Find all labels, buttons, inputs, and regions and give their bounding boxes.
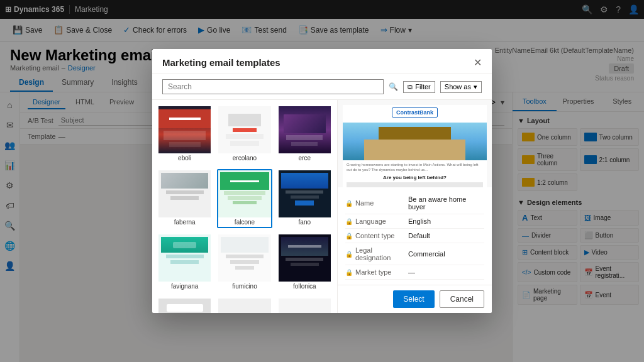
template-name-erce: erce: [279, 153, 331, 163]
lock-icon-language: 🔒: [345, 218, 353, 225]
meta-name-label: 🔒 Name: [345, 199, 408, 207]
template-name-fano: fano: [279, 217, 331, 227]
template-name-falcone: falcone: [218, 217, 270, 227]
search-submit-icon[interactable]: 🔍: [389, 82, 398, 91]
lock-icon-content-type: 🔒: [345, 233, 353, 239]
meta-name-value: Be an aware home buyer: [408, 195, 484, 211]
filter-icon: ⧉: [408, 83, 413, 91]
template-card-more-1[interactable]: [157, 297, 212, 313]
template-thumb-ercolano: [218, 106, 270, 153]
preview-house-image: [343, 123, 487, 160]
lock-icon-legal-designation: 🔒: [345, 251, 353, 258]
meta-language-value: English: [408, 217, 484, 225]
meta-row-language: 🔒 Language English: [345, 214, 484, 229]
template-card-ercolano[interactable]: ercolano: [217, 105, 272, 164]
template-thumb-favignana: [158, 234, 211, 282]
show-as-button[interactable]: Show as ▾: [440, 81, 482, 93]
meta-row-market-type: 🔒 Market type —: [345, 265, 484, 280]
show-as-chevron-icon: ▾: [474, 83, 477, 91]
preview-bank-logo: ContrastBank: [392, 107, 438, 118]
template-name-follonica: follonica: [279, 282, 331, 291]
template-card-more-2[interactable]: [217, 297, 272, 313]
template-thumb-fiumicino: [218, 234, 270, 282]
modal-search-bar: 🔍 ⧉ Filter Show as ▾: [152, 74, 492, 100]
template-grid: eboli ercolano: [157, 105, 332, 313]
modal-body: eboli ercolano: [152, 100, 492, 313]
template-name-ercolano: ercolano: [218, 153, 270, 163]
modal-close-button[interactable]: ✕: [474, 57, 482, 69]
preview-bank-header: ContrastBank: [343, 105, 487, 120]
template-preview-panel: ContrastBank Growing homeowners are star…: [338, 100, 492, 313]
template-thumb-faberna: [158, 170, 211, 217]
template-name-fiumicino: fiumicino: [218, 282, 270, 291]
meta-row-content-type: 🔒 Content type Default: [345, 229, 484, 243]
template-search-input[interactable]: [162, 79, 384, 94]
template-card-fano[interactable]: fano: [277, 169, 332, 228]
template-card-falcone[interactable]: falcone: [217, 169, 272, 228]
modal-footer: Select Cancel: [338, 285, 492, 313]
filter-button[interactable]: ⧉ Filter: [403, 81, 435, 93]
meta-legal-designation-label: 🔒 Legal designation: [345, 246, 408, 261]
meta-row-legal-designation: 🔒 Legal designation Commercial: [345, 243, 484, 265]
template-card-fiumicino[interactable]: fiumicino: [217, 233, 272, 292]
lock-icon-market-type: 🔒: [345, 269, 353, 276]
cancel-button[interactable]: Cancel: [440, 290, 484, 308]
template-name-eboli: eboli: [158, 153, 211, 163]
template-card-faberna[interactable]: faberna: [157, 169, 212, 228]
filter-area: ⧉ Filter Show as ▾: [403, 81, 482, 93]
modal-overlay[interactable]: Marketing email templates ✕ 🔍 ⧉ Filter S…: [0, 0, 644, 362]
meta-row-name: 🔒 Name Be an aware home buyer: [345, 192, 484, 214]
template-grid-panel: eboli ercolano: [152, 100, 338, 313]
template-thumb-falcone: [218, 170, 270, 217]
template-name-faberna: faberna: [158, 217, 211, 227]
template-thumb-follonica: [279, 234, 331, 282]
select-button[interactable]: Select: [393, 290, 434, 308]
template-selection-modal: Marketing email templates ✕ 🔍 ⧉ Filter S…: [152, 49, 492, 313]
template-thumb-eboli: [158, 106, 211, 153]
template-thumb-erce: [279, 106, 331, 153]
preview-content: ContrastBank Growing homeowners are star…: [343, 105, 487, 187]
meta-market-type-label: 🔒 Market type: [345, 268, 408, 276]
modal-header: Marketing email templates ✕: [152, 49, 492, 74]
modal-title: Marketing email templates: [162, 57, 280, 68]
lock-icon-name: 🔒: [345, 200, 353, 207]
template-card-more-3[interactable]: [277, 297, 332, 313]
template-card-eboli[interactable]: eboli: [157, 105, 212, 164]
meta-content-type-value: Default: [408, 232, 484, 239]
template-card-follonica[interactable]: follonica: [277, 233, 332, 292]
template-card-favignana[interactable]: favignana: [157, 233, 212, 292]
meta-legal-designation-value: Commercial: [408, 250, 484, 258]
meta-market-type-value: —: [408, 268, 484, 276]
meta-content-type-label: 🔒 Content type: [345, 232, 408, 239]
template-card-erce[interactable]: erce: [277, 105, 332, 164]
template-name-favignana: favignana: [158, 282, 211, 291]
template-meta: 🔒 Name Be an aware home buyer 🔒 Language…: [338, 187, 492, 285]
preview-text-section: Growing homeowners are starting to inves…: [343, 160, 487, 187]
meta-language-label: 🔒 Language: [345, 217, 408, 225]
template-preview: ContrastBank Growing homeowners are star…: [338, 100, 492, 187]
template-thumb-fano: [279, 170, 331, 217]
